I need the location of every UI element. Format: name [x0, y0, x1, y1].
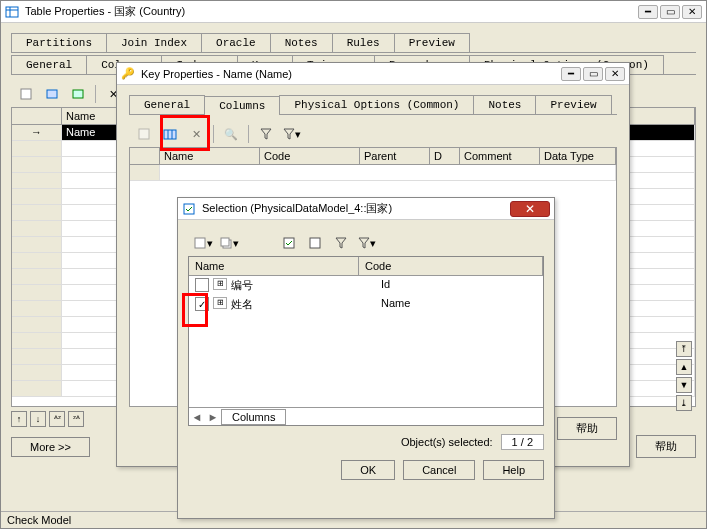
new-icon[interactable] — [133, 124, 155, 144]
help-button-main[interactable]: 帮助 — [636, 435, 696, 458]
key-properties-titlebar: 🔑 Key Properties - Name (Name) ━ ▭ ✕ — [117, 63, 629, 85]
key-properties-title: Key Properties - Name (Name) — [141, 68, 561, 80]
svg-rect-13 — [221, 238, 229, 246]
col-rownum — [130, 148, 160, 164]
tab-join-index[interactable]: Join Index — [106, 33, 202, 52]
svg-rect-10 — [184, 204, 194, 214]
new-icon[interactable] — [15, 84, 37, 104]
filter-settings-icon[interactable]: ▾ — [356, 233, 378, 253]
selection-toolbar: ▾ ▾ ▾ — [188, 230, 544, 256]
col-rownum — [12, 108, 62, 124]
tab-oracle[interactable]: Oracle — [201, 33, 271, 52]
tab-physical-options[interactable]: Physical Options (Common) — [279, 95, 474, 114]
insert-icon[interactable] — [41, 84, 63, 104]
col-name: Name — [160, 148, 260, 164]
maximize-button[interactable]: ▭ — [660, 5, 680, 19]
tab-preview[interactable]: Preview — [394, 33, 470, 52]
svg-rect-11 — [195, 238, 205, 248]
tab-notes[interactable]: Notes — [473, 95, 536, 114]
move-top-icon[interactable]: ⤒ — [676, 341, 692, 357]
add-columns-icon[interactable] — [159, 124, 181, 144]
item-name: 姓名 — [231, 297, 381, 312]
selection-icon — [182, 202, 196, 216]
table-properties-title: Table Properties - 国家 (Country) — [25, 4, 638, 19]
column-icon: ⊞ — [213, 278, 227, 290]
table-properties-titlebar: Table Properties - 国家 (Country) ━ ▭ ✕ — [1, 1, 706, 23]
key-icon: 🔑 — [121, 67, 135, 81]
selection-titlebar: Selection (PhysicalDataModel_4::国家) ✕ — [178, 198, 554, 220]
sort-text-desc-icon[interactable]: ᶻᴬ — [68, 411, 84, 427]
move-down-icon[interactable]: ▼ — [676, 377, 692, 393]
tab-preview[interactable]: Preview — [535, 95, 611, 114]
prev-tab-icon[interactable]: ◄ — [189, 411, 205, 423]
selection-dialog: Selection (PhysicalDataModel_4::国家) ✕ ▾ … — [177, 197, 555, 519]
filter-icon[interactable] — [330, 233, 352, 253]
item-code: Id — [381, 278, 537, 293]
checkbox[interactable] — [195, 278, 209, 292]
item-code: Name — [381, 297, 537, 312]
help-button-key[interactable]: 帮助 — [557, 417, 617, 440]
help-button[interactable]: Help — [483, 460, 544, 480]
key-tabs: General Columns Physical Options (Common… — [129, 93, 617, 115]
add-icon[interactable]: ▾ — [192, 233, 214, 253]
table-icon — [5, 5, 19, 19]
tab-general[interactable]: General — [11, 55, 87, 74]
tab-columns[interactable]: Columns — [221, 409, 286, 425]
list-item[interactable]: ⊞ 编号 Id — [189, 276, 543, 295]
objects-selected-label: Object(s) selected: — [401, 436, 493, 448]
close-button[interactable]: ✕ — [605, 67, 625, 81]
svg-rect-3 — [21, 89, 31, 99]
svg-rect-7 — [164, 130, 176, 139]
minimize-button[interactable]: ━ — [638, 5, 658, 19]
col-d: D — [430, 148, 460, 164]
col-comment: Comment — [460, 148, 540, 164]
ok-button[interactable]: OK — [341, 460, 395, 480]
uncheck-all-icon[interactable] — [304, 233, 326, 253]
next-tab-icon[interactable]: ► — [205, 411, 221, 423]
add-row-icon[interactable] — [67, 84, 89, 104]
delete-icon[interactable]: ✕ — [185, 124, 207, 144]
selection-bottom-tabs: ◄ ► Columns — [189, 407, 543, 425]
svg-rect-15 — [310, 238, 320, 248]
filter-icon[interactable] — [255, 124, 277, 144]
move-up-icon[interactable]: ▲ — [676, 359, 692, 375]
svg-rect-6 — [139, 129, 149, 139]
copy-icon[interactable]: ▾ — [218, 233, 240, 253]
svg-rect-0 — [6, 7, 18, 17]
more-button[interactable]: More >> — [11, 437, 90, 457]
col-datatype: Data Type — [540, 148, 616, 164]
tab-columns[interactable]: Columns — [204, 96, 280, 115]
maximize-button[interactable]: ▭ — [583, 67, 603, 81]
column-icon: ⊞ — [213, 297, 227, 309]
close-button[interactable]: ✕ — [682, 5, 702, 19]
list-item[interactable]: ✓ ⊞ 姓名 Name — [189, 295, 543, 314]
svg-rect-5 — [73, 90, 83, 98]
close-button[interactable]: ✕ — [510, 201, 550, 217]
selection-title: Selection (PhysicalDataModel_4::国家) — [202, 201, 510, 216]
tab-general[interactable]: General — [129, 95, 205, 114]
sort-text-asc-icon[interactable]: ᴬᶻ — [49, 411, 65, 427]
tab-rules[interactable]: Rules — [332, 33, 395, 52]
filter-settings-icon[interactable]: ▾ — [281, 124, 303, 144]
svg-rect-4 — [47, 90, 57, 98]
cancel-button[interactable]: Cancel — [403, 460, 475, 480]
svg-rect-14 — [284, 238, 294, 248]
move-bottom-icon[interactable]: ⤓ — [676, 395, 692, 411]
col-code: Code — [260, 148, 360, 164]
minimize-button[interactable]: ━ — [561, 67, 581, 81]
selection-list: Name Code ⊞ 编号 Id ✓ ⊞ 姓名 Name ◄ ► Column… — [188, 256, 544, 426]
status-text: Check Model — [7, 514, 71, 526]
col-code[interactable]: Code — [359, 257, 543, 275]
col-parent: Parent — [360, 148, 430, 164]
find-icon[interactable]: 🔍 — [220, 124, 242, 144]
tab-notes[interactable]: Notes — [270, 33, 333, 52]
check-all-icon[interactable] — [278, 233, 300, 253]
checkbox[interactable]: ✓ — [195, 297, 209, 311]
tab-partitions[interactable]: Partitions — [11, 33, 107, 52]
col-name[interactable]: Name — [189, 257, 359, 275]
sort-asc-icon[interactable]: ↑ — [11, 411, 27, 427]
objects-selected-count: 1 / 2 — [501, 434, 544, 450]
key-toolbar: ✕ 🔍 ▾ — [129, 121, 617, 147]
item-name: 编号 — [231, 278, 381, 293]
sort-desc-icon[interactable]: ↓ — [30, 411, 46, 427]
